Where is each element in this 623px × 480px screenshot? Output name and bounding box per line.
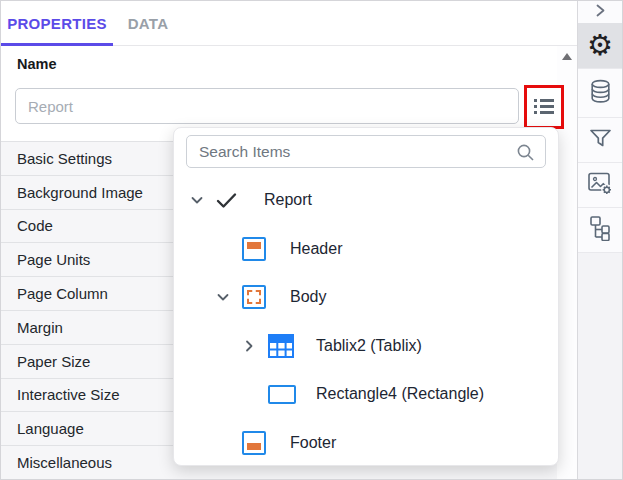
properties-pane: PROPERTIES DATA Name Basic Settings Back…: [1, 1, 577, 479]
gear-icon: ⚙: [587, 31, 613, 60]
report-items-dropdown: Report Header: [173, 127, 559, 466]
search-input[interactable]: [186, 135, 546, 168]
section-label: Margin: [17, 319, 63, 336]
section-label: Interactive Size: [17, 386, 120, 403]
list-items-icon: [533, 96, 555, 119]
chevron-right-icon[interactable]: [242, 339, 268, 353]
tab-properties[interactable]: PROPERTIES: [1, 1, 113, 45]
scroll-up-arrow-icon[interactable]: [562, 53, 572, 60]
section-label: Paper Size: [17, 353, 90, 370]
collapse-panel-button[interactable]: [578, 1, 622, 23]
chevron-right-icon: [593, 3, 607, 22]
tree-item-label: Header: [280, 240, 342, 258]
tree-item-report[interactable]: Report: [174, 176, 558, 225]
section-label: Language: [17, 420, 84, 437]
tablix-icon: [268, 334, 306, 358]
header-icon: [242, 237, 280, 261]
section-label: Basic Settings: [17, 150, 112, 167]
image-settings-icon: [587, 170, 613, 200]
tree-item-label: Body: [280, 288, 326, 306]
report-items-list-button[interactable]: [527, 88, 561, 126]
tree-item-label: Report: [254, 191, 312, 209]
chevron-down-icon[interactable]: [190, 193, 216, 207]
section-label: Miscellaneous: [17, 454, 112, 471]
search-field-wrap: [186, 135, 546, 168]
tree-item-label: Tablix2 (Tablix): [306, 337, 422, 355]
tree-item-label: Footer: [280, 434, 336, 452]
section-label: Page Column: [17, 285, 108, 302]
name-field-label: Name: [17, 56, 57, 72]
sidebar-item-filter[interactable]: [578, 118, 622, 163]
database-icon: [588, 78, 613, 109]
tab-data[interactable]: DATA: [113, 1, 183, 45]
section-label: Code: [17, 217, 53, 234]
chevron-down-icon[interactable]: [216, 290, 242, 304]
tab-bar: PROPERTIES DATA: [1, 1, 577, 46]
sidebar-item-image-settings[interactable]: [578, 163, 622, 208]
report-designer-properties-panel: PROPERTIES DATA Name Basic Settings Back…: [0, 0, 623, 480]
tree-item-tablix2[interactable]: Tablix2 (Tablix): [174, 322, 558, 371]
sidebar-item-hierarchy[interactable]: [578, 208, 622, 253]
footer-icon: [242, 431, 280, 455]
annotation-highlight: [524, 85, 564, 129]
tree-item-header[interactable]: Header: [174, 225, 558, 274]
report-item-tree: Report Header: [174, 176, 558, 467]
name-input[interactable]: [15, 88, 519, 124]
tool-sidebar: ⚙: [577, 1, 622, 479]
rectangle-icon: [268, 385, 306, 404]
filter-funnel-icon: [588, 126, 613, 154]
hierarchy-icon: [588, 215, 612, 245]
sidebar-filler: [578, 253, 622, 479]
tree-item-label: Rectangle4 (Rectangle): [306, 385, 484, 403]
body-icon: [242, 285, 280, 309]
checkmark-icon: [216, 192, 254, 209]
section-label: Background Image: [17, 184, 143, 201]
sidebar-item-data-source[interactable]: [578, 69, 622, 118]
tree-item-body[interactable]: Body: [174, 273, 558, 322]
tree-item-footer[interactable]: Footer: [174, 419, 558, 468]
section-label: Page Units: [17, 251, 90, 268]
tree-item-rectangle4[interactable]: Rectangle4 (Rectangle): [174, 370, 558, 419]
sidebar-item-settings[interactable]: ⚙: [578, 23, 622, 69]
